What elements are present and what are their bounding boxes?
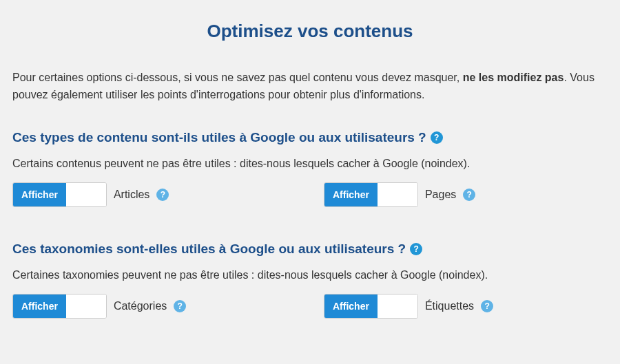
section-taxonomies-desc: Certaines taxonomies peuvent ne pas être… [12,269,608,281]
toggle-hide-option[interactable] [66,295,106,318]
toggle-categories[interactable]: Afficher [12,294,107,319]
content-types-row: Afficher Articles ? Afficher Pages ? [12,182,608,207]
help-icon[interactable]: ? [431,131,443,144]
section-title-text: Ces types de contenu sont-ils utiles à G… [12,130,426,145]
toggle-show-option[interactable]: Afficher [324,183,378,206]
section-content-types-desc: Certains contenus peuvent ne pas être ut… [12,158,608,170]
toggle-tags[interactable]: Afficher [324,294,418,319]
toggle-hide-option[interactable] [66,183,106,206]
toggle-show-option[interactable]: Afficher [13,183,66,206]
content-type-articles: Afficher Articles ? [12,182,296,207]
item-label: Catégories [114,300,167,312]
intro-text-1: Pour certaines options ci-dessous, si vo… [12,72,463,83]
toggle-articles[interactable]: Afficher [12,182,107,207]
toggle-show-option[interactable]: Afficher [324,295,378,318]
toggle-hide-option[interactable] [378,183,417,206]
help-icon[interactable]: ? [410,243,422,255]
help-icon[interactable]: ? [174,300,186,312]
page-title: Optimisez vos contenus [12,21,608,42]
help-icon[interactable]: ? [156,189,169,201]
section-taxonomies-title: Ces taxonomies sont-elles utiles à Googl… [12,242,608,257]
section-content-types-title: Ces types de contenu sont-ils utiles à G… [12,130,608,145]
toggle-hide-option[interactable] [378,295,417,318]
section-title-text: Ces taxonomies sont-elles utiles à Googl… [12,242,406,257]
item-label: Pages [425,189,456,201]
taxonomy-categories: Afficher Catégories ? [12,294,296,319]
intro-strong: ne les modifiez pas [463,72,564,83]
taxonomy-tags: Afficher Étiquettes ? [324,294,608,319]
content-type-pages: Afficher Pages ? [324,182,608,207]
taxonomies-row: Afficher Catégories ? Afficher Étiquette… [12,294,608,319]
intro-paragraph: Pour certaines options ci-dessous, si vo… [12,69,608,104]
item-label: Étiquettes [425,300,474,312]
help-icon[interactable]: ? [463,189,475,201]
toggle-show-option[interactable]: Afficher [13,295,66,318]
help-icon[interactable]: ? [481,300,493,312]
toggle-pages[interactable]: Afficher [324,182,418,207]
item-label: Articles [114,189,149,201]
